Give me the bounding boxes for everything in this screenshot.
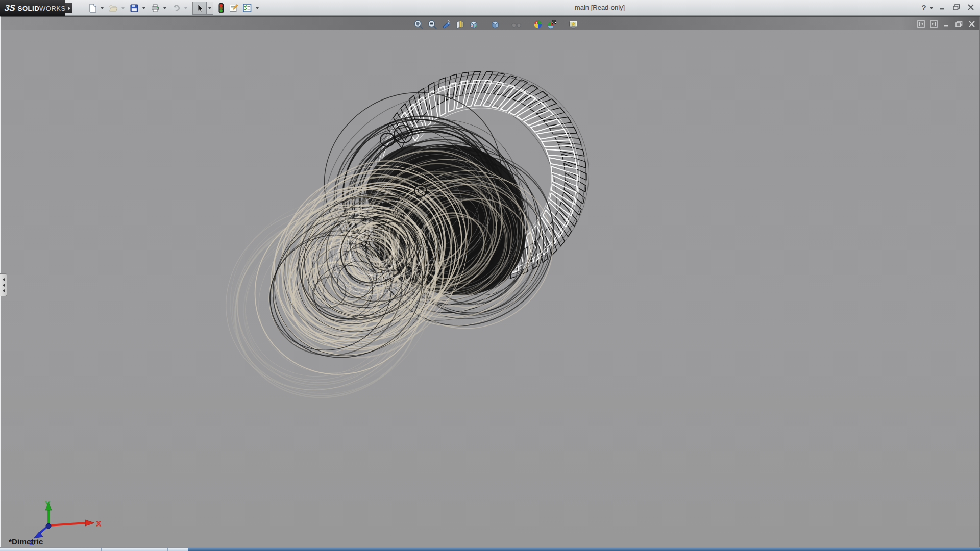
doc-minimize-button[interactable] [942, 20, 951, 29]
edit-notepad-button[interactable] [227, 2, 240, 15]
doc-restore-button[interactable] [954, 20, 964, 29]
pane-toggle-right-icon [930, 20, 938, 28]
headsup-view-toolbar [412, 18, 579, 30]
select-tool-group [192, 2, 213, 15]
view-orientation-icon [469, 19, 479, 30]
solidworks-window: 3S SOLIDWORKS [0, 0, 980, 551]
graphics-area[interactable]: X Y Z *Dimetric [0, 16, 980, 547]
help-button[interactable]: ? [919, 3, 929, 12]
pane-toggle-right-button[interactable] [929, 20, 938, 29]
collapse-arrow-icon [3, 284, 5, 287]
solidworks-logo: 3S SOLIDWORKS [0, 0, 65, 16]
brand-solid: SOLID [18, 5, 39, 12]
select-dropdown-button[interactable] [206, 2, 213, 15]
view-orientation-button[interactable] [468, 19, 480, 30]
menu-expand-tab[interactable] [65, 3, 72, 13]
apply-scene-button[interactable] [546, 19, 558, 30]
edit-appearance-button[interactable] [532, 19, 544, 30]
undo-dropdown-caret[interactable] [184, 7, 187, 9]
doc-close-icon [968, 21, 975, 27]
collapse-arrow-icon [3, 289, 5, 292]
zoom-to-fit-icon [413, 19, 424, 30]
traffic-light-button[interactable] [215, 2, 227, 15]
restore-button[interactable] [951, 3, 962, 12]
options-dropdown-caret[interactable] [256, 7, 259, 9]
hide-show-items-button[interactable] [510, 19, 523, 30]
appearance-sphere-icon [533, 19, 543, 30]
pane-toggle-left-button[interactable] [916, 20, 925, 29]
save-floppy-icon [129, 3, 139, 13]
view-settings-button[interactable] [567, 19, 579, 30]
open-dropdown-caret[interactable] [121, 7, 125, 9]
doc-minimize-icon [943, 21, 950, 27]
open-folder-icon [108, 3, 118, 13]
feature-tree-splitter[interactable] [0, 273, 7, 296]
zoom-to-area-icon [427, 19, 437, 30]
traffic-light-icon [217, 3, 225, 14]
document-window-controls [916, 18, 976, 30]
zoom-to-selection-icon [441, 19, 451, 30]
minimize-icon [939, 4, 946, 10]
status-segment [0, 548, 188, 551]
new-document-button[interactable] [86, 2, 99, 15]
section-view-icon [455, 19, 465, 30]
select-cursor-icon [195, 4, 204, 13]
save-dropdown-caret[interactable] [142, 7, 145, 9]
status-divider [167, 548, 168, 551]
print-button[interactable] [149, 2, 162, 15]
restore-icon [952, 4, 961, 11]
collapse-arrow-icon [3, 278, 5, 281]
x-axis-label: X [96, 520, 101, 528]
new-dropdown-caret[interactable] [101, 7, 104, 9]
brand-text: SOLIDWORKS [18, 5, 66, 12]
app-window-controls: ? [919, 3, 976, 12]
select-dropdown-caret [208, 7, 211, 9]
minimize-button[interactable] [937, 3, 947, 12]
options-checklist-icon [242, 3, 253, 13]
expand-arrow-icon [68, 6, 70, 10]
new-document-icon [87, 3, 97, 13]
edit-notepad-icon [228, 3, 239, 13]
close-icon [967, 4, 974, 10]
open-document-button[interactable] [107, 2, 120, 15]
undo-icon [171, 3, 181, 13]
standard-toolbar [86, 1, 262, 15]
doc-restore-icon [955, 20, 963, 28]
triad-origin [46, 523, 51, 529]
zoom-to-fit-button[interactable] [412, 19, 425, 30]
doc-close-button[interactable] [967, 20, 976, 29]
display-style-icon [490, 19, 500, 30]
document-title: main [Read-only] [541, 4, 658, 11]
view-orientation-label: *Dimetric [9, 537, 43, 546]
eyeglasses-icon [511, 20, 522, 29]
close-button[interactable] [966, 3, 976, 12]
brand-works: WORKS [39, 5, 66, 12]
select-tool-button[interactable] [192, 2, 206, 15]
y-axis-label: Y [45, 500, 50, 508]
print-dropdown-caret[interactable] [163, 7, 166, 9]
apply-scene-icon [547, 19, 557, 30]
status-divider [101, 548, 102, 551]
pane-toggle-left-icon [917, 20, 925, 28]
x-axis-arrow [85, 520, 94, 526]
display-style-button[interactable] [489, 19, 501, 30]
dassault-3s-logo-icon: 3S [4, 3, 16, 13]
view-settings-icon [568, 19, 579, 30]
titlebar: 3S SOLIDWORKS [0, 0, 980, 16]
print-icon [150, 3, 160, 13]
undo-button[interactable] [169, 2, 183, 15]
zoom-to-area-button[interactable] [426, 19, 438, 30]
help-dropdown-caret[interactable] [930, 7, 933, 9]
zoom-to-selection-button[interactable] [440, 19, 452, 30]
engine-model [1, 17, 979, 547]
status-bar [0, 547, 980, 551]
options-checklist-button[interactable] [240, 2, 254, 15]
save-button[interactable] [128, 2, 141, 15]
section-view-button[interactable] [454, 19, 466, 30]
